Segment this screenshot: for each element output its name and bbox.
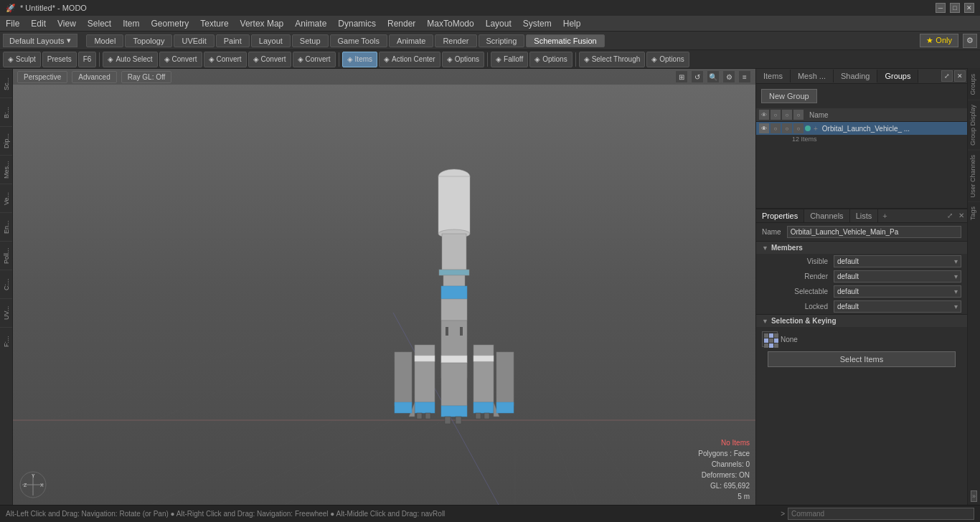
tab-scripting[interactable]: Scripting	[479, 34, 525, 47]
props-tab-lists[interactable]: Lists	[850, 209, 879, 222]
convert-1-button[interactable]: ◈ Convert	[159, 52, 202, 67]
select-through-button[interactable]: ◈ Select Through	[579, 52, 646, 67]
menu-texture[interactable]: Texture	[194, 16, 234, 31]
side-tab-tags[interactable]: Tags	[968, 201, 980, 224]
left-tab-en[interactable]: En...	[0, 212, 12, 241]
sculpt-button[interactable]: ◈ Sculpt	[3, 52, 41, 67]
convert-2-button[interactable]: ◈ Convert	[204, 52, 247, 67]
locked-dropdown[interactable]: default ▾	[834, 300, 961, 313]
tab-animate[interactable]: Animate	[389, 34, 433, 47]
tab-layout[interactable]: Layout	[251, 34, 291, 47]
tab-game-tools[interactable]: Game Tools	[330, 34, 388, 47]
tab-schematic-fusion[interactable]: Schematic Fusion	[526, 34, 604, 47]
menu-edit[interactable]: Edit	[25, 16, 52, 31]
menu-system[interactable]: System	[517, 16, 557, 31]
tab-setup[interactable]: Setup	[292, 34, 329, 47]
options-1-button[interactable]: ◈ Options	[442, 52, 484, 67]
falloff-button[interactable]: ◈ Falloff	[491, 52, 528, 67]
menu-layout[interactable]: Layout	[480, 16, 517, 31]
tab-paint[interactable]: Paint	[216, 34, 250, 47]
props-close-button[interactable]: ✕	[956, 209, 967, 221]
viewport-control-2[interactable]: ↺	[691, 70, 704, 83]
menu-file[interactable]: File	[0, 16, 25, 31]
command-input[interactable]	[788, 508, 974, 520]
group-item[interactable]: 👁 ○ ○ ○ + Orbital_Launch_Vehicle_ ...	[756, 122, 967, 135]
items-button[interactable]: ◈ Items	[342, 52, 377, 67]
sel-keying-header[interactable]: ▼ Selection & Keying	[756, 315, 967, 327]
props-expand-button[interactable]: ⤢	[944, 209, 956, 221]
only-button[interactable]: ★ Only	[920, 34, 958, 47]
left-tab-sc[interactable]: Sc...	[0, 69, 12, 98]
viewport[interactable]: Perspective Advanced Ray GL: Off ⊞ ↺ 🔍 ⚙…	[13, 69, 755, 505]
side-tab-user-channels[interactable]: User Channels	[968, 150, 980, 202]
panel-tab-items[interactable]: Items	[756, 70, 791, 82]
menu-select[interactable]: Select	[82, 16, 117, 31]
select-icon[interactable]: ○	[793, 123, 804, 133]
minimize-button[interactable]: ─	[936, 3, 946, 13]
visibility-icon[interactable]: 👁	[759, 123, 769, 133]
panel-close-button[interactable]: ✕	[954, 70, 966, 82]
viewport-tab-perspective[interactable]: Perspective	[17, 71, 67, 83]
auto-select-button[interactable]: ◈ Auto Select	[103, 52, 157, 67]
settings-button[interactable]: ⚙	[963, 34, 977, 48]
name-input[interactable]	[787, 226, 961, 238]
viewport-control-3[interactable]: 🔍	[707, 70, 720, 83]
tab-topology[interactable]: Topology	[125, 34, 172, 47]
tab-model[interactable]: Model	[86, 34, 123, 47]
panel-expand-button[interactable]: ⤢	[941, 70, 953, 82]
props-tab-channels[interactable]: Channels	[804, 209, 849, 222]
left-tab-poll[interactable]: Poll...	[0, 241, 12, 270]
props-tab-add[interactable]: +	[878, 209, 891, 222]
left-tab-f[interactable]: F:...	[0, 327, 12, 356]
menu-vertex-map[interactable]: Vertex Map	[235, 16, 290, 31]
viewport-control-5[interactable]: ≡	[738, 70, 751, 83]
props-tab-properties[interactable]: Properties	[756, 209, 804, 222]
left-tab-uv[interactable]: UV...	[0, 298, 12, 327]
left-tab-c[interactable]: C:...	[0, 270, 12, 298]
menu-help[interactable]: Help	[557, 16, 587, 31]
selectable-dropdown[interactable]: default ▾	[834, 285, 961, 298]
options-2-button[interactable]: ◈ Options	[529, 52, 572, 67]
tab-uvedit[interactable]: UVEdit	[174, 34, 214, 47]
panel-tab-mesh[interactable]: Mesh ...	[791, 70, 834, 82]
menu-view[interactable]: View	[52, 16, 82, 31]
side-tab-group-display[interactable]: Group Display	[968, 100, 980, 150]
menu-item[interactable]: Item	[117, 16, 145, 31]
menu-dynamics[interactable]: Dynamics	[332, 16, 382, 31]
viewport-tab-ray-gl[interactable]: Ray GL: Off	[121, 71, 172, 83]
left-tab-b[interactable]: B:...	[0, 98, 12, 126]
render-dropdown[interactable]: default ▾	[834, 270, 961, 283]
menu-render[interactable]: Render	[382, 16, 421, 31]
side-panel-expand-button[interactable]: »	[971, 490, 977, 502]
titlebar-controls[interactable]: ─ □ ✕	[936, 3, 974, 13]
new-group-button[interactable]: New Group	[761, 89, 817, 103]
options-3-button[interactable]: ◈ Options	[646, 52, 689, 67]
tab-render[interactable]: Render	[435, 34, 476, 47]
default-layouts-dropdown[interactable]: Default Layouts ▾	[3, 34, 77, 47]
viewport-control-1[interactable]: ⊞	[675, 70, 688, 83]
members-header[interactable]: ▼ Members	[756, 242, 967, 254]
close-button[interactable]: ✕	[964, 3, 974, 13]
f6-button[interactable]: F6	[78, 52, 97, 67]
select-items-button[interactable]: Select Items	[768, 351, 956, 367]
convert-4-button[interactable]: ◈ Convert	[293, 52, 336, 67]
left-tab-ve[interactable]: Ve...	[0, 184, 12, 212]
panel-tab-shading[interactable]: Shading	[834, 70, 877, 82]
convert-3-button[interactable]: ◈ Convert	[248, 52, 291, 67]
viewport-tab-advanced[interactable]: Advanced	[72, 71, 116, 83]
panel-tab-groups[interactable]: Groups	[877, 70, 918, 83]
presets-button[interactable]: Presets	[42, 52, 77, 67]
expand-icon[interactable]: +	[814, 125, 818, 133]
menu-maxtomodo[interactable]: MaxToModo	[421, 16, 479, 31]
visible-dropdown[interactable]: default ▾	[834, 255, 961, 267]
side-tab-groups[interactable]: Groups	[968, 69, 980, 100]
action-center-button[interactable]: ◈ Action Center	[379, 52, 440, 67]
maximize-button[interactable]: □	[950, 3, 960, 13]
lock-icon[interactable]: ○	[782, 123, 792, 133]
left-tab-dip[interactable]: Dip...	[0, 126, 12, 155]
left-tab-mes[interactable]: Mes...	[0, 155, 12, 184]
render-icon[interactable]: ○	[771, 123, 781, 133]
viewport-control-4[interactable]: ⚙	[722, 70, 735, 83]
menu-geometry[interactable]: Geometry	[146, 16, 195, 31]
menu-animate[interactable]: Animate	[289, 16, 332, 31]
